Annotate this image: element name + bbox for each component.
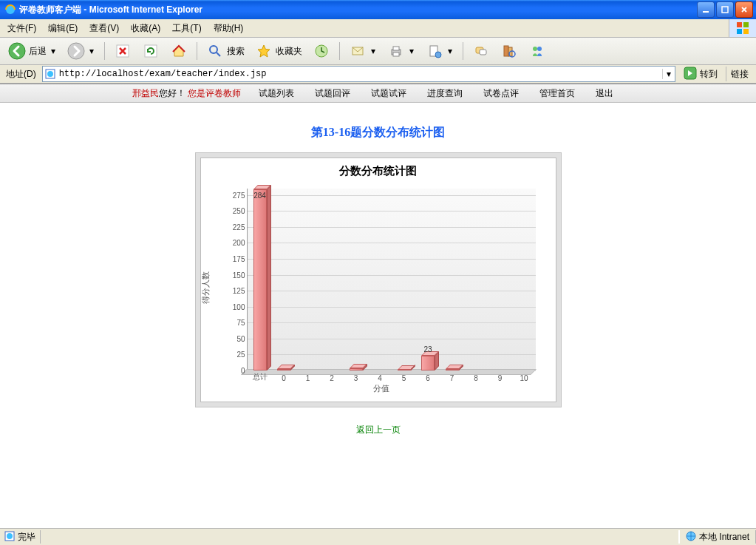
- back-link-row: 返回上一页: [15, 424, 741, 436]
- mail-button[interactable]: ▾: [345, 40, 381, 62]
- edit-dropdown-icon[interactable]: ▾: [446, 46, 454, 56]
- y-tick: 175: [219, 254, 245, 263]
- x-tick: 3: [344, 374, 368, 382]
- nav-question-list[interactable]: 试题列表: [259, 87, 294, 100]
- x-tick: 10: [512, 374, 536, 382]
- page-body: 第13-16题分数分布统计图 分数分布统计图 得分人数 28423 分值 025…: [0, 103, 756, 451]
- back-link[interactable]: 返回上一页: [356, 424, 401, 435]
- x-tick: 0: [272, 374, 296, 382]
- nav-trial[interactable]: 试题试评: [371, 87, 406, 100]
- favorites-button[interactable]: 收藏夹: [251, 40, 306, 62]
- research-button[interactable]: [497, 40, 522, 62]
- back-dropdown-icon[interactable]: ▾: [50, 46, 57, 56]
- nav-admin[interactable]: 管理首页: [539, 87, 575, 100]
- mail-dropdown-icon[interactable]: ▾: [370, 46, 377, 56]
- stop-icon: [114, 42, 132, 60]
- nav-comment[interactable]: 试卷点评: [483, 87, 519, 100]
- user-role: 您是评卷教师: [188, 88, 241, 98]
- forward-dropdown-icon[interactable]: ▾: [88, 46, 95, 56]
- y-tick: 225: [219, 223, 245, 231]
- back-icon: [8, 42, 26, 60]
- y-tick: 150: [219, 271, 245, 279]
- go-label: 转到: [700, 68, 718, 81]
- home-button[interactable]: [166, 40, 191, 62]
- search-button[interactable]: 搜索: [202, 40, 248, 62]
- address-field[interactable]: ▾: [42, 66, 675, 82]
- menu-edit[interactable]: 编辑(E): [44, 21, 82, 36]
- svg-rect-4: [743, 22, 749, 27]
- menu-file[interactable]: 文件(F): [3, 21, 41, 36]
- address-dropdown-icon[interactable]: ▾: [662, 69, 675, 79]
- stop-button[interactable]: [110, 40, 135, 62]
- chart-bars: 28423: [247, 189, 535, 370]
- nav-review[interactable]: 试题回评: [315, 87, 350, 100]
- page-viewport: 邢益民您好！ 您是评卷教师 试题列表 试题回评 试题试评 进度查询 试卷点评 管…: [0, 84, 756, 528]
- svg-point-30: [7, 533, 13, 539]
- x-axis-label: 分值: [373, 383, 389, 394]
- nav-progress[interactable]: 进度查询: [427, 87, 463, 100]
- go-button[interactable]: 转到: [678, 66, 723, 82]
- messenger-icon: [528, 42, 546, 60]
- browser-window: 评卷教师客户端 - Microsoft Internet Explorer 文件…: [0, 0, 756, 545]
- bar: [350, 368, 363, 370]
- status-fill: [40, 530, 679, 544]
- back-button[interactable]: 后退 ▾: [4, 40, 61, 62]
- forward-button[interactable]: ▾: [64, 40, 99, 62]
- page-title: 第13-16题分数分布统计图: [15, 125, 741, 141]
- status-bar: 完毕 本地 Intranet: [0, 528, 756, 545]
- chart-title: 分数分布统计图: [205, 164, 551, 178]
- svg-rect-20: [480, 50, 486, 55]
- svg-point-7: [9, 43, 25, 59]
- ie-logo-icon: [4, 4, 16, 16]
- print-icon: [387, 42, 405, 60]
- messenger-button[interactable]: [525, 40, 550, 62]
- nav-logout[interactable]: 退出: [596, 87, 613, 100]
- status-done: 完毕: [0, 531, 40, 544]
- svg-point-11: [210, 46, 217, 53]
- x-tick: 5: [392, 374, 416, 382]
- close-button[interactable]: [735, 1, 753, 18]
- go-icon: [684, 67, 697, 82]
- x-tick: 1: [296, 374, 320, 382]
- menu-bar: 文件(F) 编辑(E) 查看(V) 收藏(A) 工具(T) 帮助(H): [0, 19, 756, 38]
- menu-favorites[interactable]: 收藏(A): [126, 21, 165, 36]
- chart-panel: 分数分布统计图 得分人数 28423 分值 025507510012515017…: [200, 158, 556, 402]
- svg-point-27: [47, 71, 53, 77]
- print-dropdown-icon[interactable]: ▾: [408, 46, 415, 56]
- y-tick: 250: [219, 207, 245, 215]
- username: 邢益民: [132, 88, 159, 98]
- svg-point-8: [68, 43, 84, 59]
- mail-icon: [349, 42, 367, 60]
- print-button[interactable]: ▾: [384, 40, 419, 62]
- y-tick: 75: [219, 319, 245, 327]
- url-input[interactable]: [58, 67, 662, 81]
- x-tick: 8: [464, 374, 488, 382]
- maximize-button[interactable]: [716, 1, 734, 18]
- welcome-text: 邢益民您好！ 您是评卷教师: [132, 87, 241, 100]
- svg-rect-1: [703, 11, 709, 13]
- discuss-icon: [472, 42, 490, 60]
- menu-help[interactable]: 帮助(H): [209, 21, 248, 36]
- svg-rect-2: [722, 7, 728, 13]
- history-button[interactable]: [309, 40, 334, 62]
- chart-plot: 得分人数 28423 分值 02550751001251501752002252…: [219, 184, 544, 391]
- home-icon: [170, 42, 188, 60]
- x-tick: 2: [320, 374, 344, 382]
- y-axis-label: 得分人数: [200, 271, 211, 304]
- research-icon: [500, 42, 518, 60]
- y-tick: 125: [219, 287, 245, 295]
- edit-button[interactable]: ▾: [422, 40, 457, 62]
- menu-view[interactable]: 查看(V): [85, 21, 123, 36]
- bar: [277, 369, 290, 370]
- minimize-button[interactable]: [697, 1, 715, 18]
- refresh-button[interactable]: [138, 40, 163, 62]
- links-label[interactable]: 链接: [726, 67, 753, 81]
- svg-rect-21: [504, 46, 508, 56]
- bar: [398, 370, 411, 370]
- discuss-button[interactable]: [469, 40, 494, 62]
- x-tick: 4: [368, 374, 392, 382]
- menu-tools[interactable]: 工具(T): [168, 21, 205, 36]
- bar: 23: [421, 356, 435, 370]
- bar-value-label: 284: [253, 192, 267, 200]
- y-tick: 0: [219, 367, 245, 375]
